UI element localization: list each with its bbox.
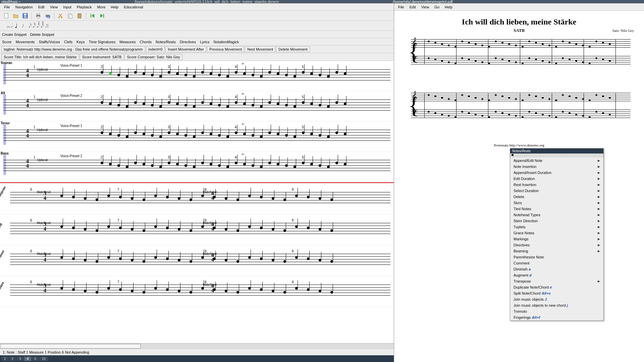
context-item-parenthesize-note[interactable]: Parenthesize Note bbox=[510, 254, 603, 260]
pdf-menu-help[interactable]: Help bbox=[442, 4, 455, 10]
scoreinfo-btn-0[interactable]: Score Title: Ich will dich lieben, meine… bbox=[1, 54, 79, 60]
note-256th[interactable]: ♬ bbox=[45, 22, 49, 29]
tab-chords[interactable]: Chords bbox=[140, 40, 152, 44]
tab-timesignatures[interactable]: Time Signatures bbox=[89, 40, 116, 44]
context-item-diminish[interactable]: Diminish a bbox=[510, 266, 603, 272]
cut-icon[interactable] bbox=[57, 12, 64, 19]
context-item-beaming[interactable]: Beaming▶ bbox=[510, 248, 603, 254]
context-item-transpose[interactable]: Transpose▶ bbox=[510, 278, 603, 284]
note-quarter[interactable]: ♩ bbox=[15, 22, 17, 29]
horizontal-scrollbar[interactable] bbox=[0, 343, 394, 349]
nav-end-icon[interactable] bbox=[98, 12, 106, 19]
note-eighth[interactable]: ♪ bbox=[21, 22, 24, 29]
movement-btn-1[interactable]: indent=0 bbox=[146, 46, 165, 52]
staff-bass[interactable]: Bass 44 12345UpbeatVoice-Preset 2𝄐 bbox=[0, 152, 394, 182]
create-snippet[interactable]: Create Snippet bbox=[2, 33, 26, 37]
delete-snippet[interactable]: Delete Snippet bbox=[30, 33, 54, 37]
tab-keys[interactable]: Keys bbox=[76, 40, 85, 44]
staff2-alt[interactable]: Alt 6789HideNext34HideNext44 bbox=[0, 215, 394, 245]
workspace-tab-10[interactable]: 10 bbox=[39, 357, 48, 361]
system-separator bbox=[0, 182, 394, 183]
new-file-icon[interactable] bbox=[3, 12, 10, 19]
scrollbar-thumb[interactable] bbox=[0, 344, 141, 349]
save-file-icon[interactable] bbox=[21, 12, 29, 19]
workspace-tab-4[interactable]: 4 bbox=[24, 357, 32, 361]
context-item-split-note-chord[interactable]: Split Note/Chord Alt+s bbox=[510, 290, 603, 296]
context-item-slurs[interactable]: Slurs▶ bbox=[510, 200, 603, 206]
menu-playback[interactable]: Playback bbox=[74, 4, 95, 10]
pdf-menu-file[interactable]: File bbox=[395, 4, 407, 10]
context-item-markings[interactable]: Markings▶ bbox=[510, 236, 603, 242]
tab-notationmagick[interactable]: NotationMagick bbox=[214, 40, 239, 44]
context-item-note-insertion[interactable]: Note Insertion▶ bbox=[510, 164, 603, 170]
staff2-sopran[interactable]: Sopran 6789HideNext34HideNext44 bbox=[0, 184, 394, 215]
paste-icon[interactable] bbox=[76, 12, 83, 19]
context-item-tied-notes[interactable]: Tied Notes▶ bbox=[510, 206, 603, 212]
context-item-tuplets[interactable]: Tuplets▶ bbox=[510, 224, 603, 230]
movement-btn-3[interactable]: Previous Movement bbox=[207, 46, 244, 52]
nav-start-icon[interactable] bbox=[89, 12, 96, 19]
staff2-bass[interactable]: Bass 6789HideNext34HideNext44 bbox=[0, 276, 394, 307]
pdf-menu-edit[interactable]: Edit bbox=[407, 4, 419, 10]
pdf-menu-view[interactable]: View bbox=[419, 4, 432, 10]
context-item-select-duration[interactable]: Select Duration▶ bbox=[510, 188, 603, 194]
staff-sopran[interactable]: Sopran 44 12345UpbeatVoice-Preset 1𝄐 bbox=[0, 61, 394, 91]
menu-navigation[interactable]: Navigation bbox=[13, 4, 36, 10]
tab-measures[interactable]: Measures bbox=[119, 40, 136, 44]
movement-btn-0[interactable]: tagline: Notensatz http://www.denemo.org… bbox=[1, 46, 145, 52]
movement-btn-4[interactable]: Next Movement bbox=[245, 46, 275, 52]
context-item-delete[interactable]: Delete▶ bbox=[510, 194, 603, 200]
menu-view[interactable]: View bbox=[47, 4, 61, 10]
print-preview-icon[interactable] bbox=[44, 12, 51, 19]
staff-tenor[interactable]: Tenor 44 12345UpbeatVoice-Preset 1𝄐 bbox=[0, 121, 394, 152]
context-item-duplicate-note-chord[interactable]: Duplicate Note/Chord e bbox=[510, 284, 603, 290]
tab-movements[interactable]: Movements bbox=[16, 40, 35, 44]
scoreinfo-btn-1[interactable]: Score Instrument: SATB bbox=[80, 54, 124, 60]
context-item-join-music-objects-to-new-chord[interactable]: Join music objects to new chord j bbox=[510, 302, 603, 308]
open-file-icon[interactable] bbox=[12, 12, 19, 19]
score-editor-area[interactable]: Sopran 44 12345UpbeatVoice-Preset 1𝄐Alt … bbox=[0, 61, 394, 343]
context-item-notehead-types[interactable]: Notehead Types▶ bbox=[510, 212, 603, 218]
tab-staffsvoices[interactable]: Staffs/Voices bbox=[39, 40, 60, 44]
context-item-fingerings[interactable]: Fingerings Alt+f bbox=[510, 314, 603, 320]
context-item-grace-notes[interactable]: Grace Notes▶ bbox=[510, 230, 603, 236]
context-item-augment[interactable]: Augment d bbox=[510, 272, 603, 278]
menu-edit[interactable]: Edit bbox=[36, 4, 47, 10]
tab-score[interactable]: Score bbox=[2, 40, 12, 44]
context-item-join-music-objects[interactable]: Join music objects J bbox=[510, 296, 603, 302]
menu-more[interactable]: More bbox=[94, 4, 108, 10]
context-item-tremolo[interactable]: Tremolo bbox=[510, 308, 603, 314]
menu-educational[interactable]: Educational bbox=[121, 4, 146, 10]
menu-input[interactable]: Input bbox=[60, 4, 74, 10]
context-item-comment[interactable]: Comment bbox=[510, 260, 603, 266]
context-item-directives[interactable]: Directives▶ bbox=[510, 242, 603, 248]
workspace-tab-5[interactable]: 5 bbox=[32, 357, 39, 361]
tab-directives[interactable]: Directives bbox=[180, 40, 196, 44]
copy-icon[interactable] bbox=[66, 12, 74, 19]
context-item-edit-duration[interactable]: Edit Duration▶ bbox=[510, 176, 603, 182]
scoreinfo-btn-2[interactable]: Score Composer: Satz: Nils Gey bbox=[124, 54, 182, 60]
menu-help[interactable]: Help bbox=[108, 4, 121, 10]
context-menu-grip[interactable] bbox=[510, 154, 603, 158]
pdf-menu-go[interactable]: Go bbox=[432, 4, 442, 10]
context-item-append-insert-duration[interactable]: Append/Insert Duration▶ bbox=[510, 170, 603, 176]
workspace-tab-1[interactable]: 1 bbox=[1, 357, 9, 361]
staff2-tenor[interactable]: Tenor 6789HideNext34HideNext44 bbox=[0, 245, 394, 276]
pdf-system-1: 𝄞𝄢{ bbox=[404, 39, 634, 76]
menu-file[interactable]: File bbox=[1, 4, 13, 10]
workspace-tab-3[interactable]: 3 bbox=[16, 357, 24, 361]
score-info-row: Score Title: Ich will dich lieben, meine… bbox=[0, 53, 394, 61]
pdf-document-view[interactable]: Ich will dich lieben, meine Stärke SATB … bbox=[394, 11, 644, 362]
print-icon[interactable] bbox=[35, 12, 42, 19]
tab-notesrests[interactable]: Notes/Rests bbox=[156, 40, 176, 44]
context-item-rest-insertion[interactable]: Rest Insertion▶ bbox=[510, 182, 603, 188]
tab-clefs[interactable]: Clefs bbox=[64, 40, 72, 44]
movement-btn-5[interactable]: Delete Movement bbox=[276, 46, 310, 52]
context-item-append-edit-note[interactable]: Append/Edit Note▶ bbox=[510, 158, 603, 164]
movement-btn-2[interactable]: Insert Movement After bbox=[165, 46, 206, 52]
tab-lyrics[interactable]: Lyrics bbox=[200, 40, 209, 44]
context-item-stem-direction[interactable]: Stem Direction▶ bbox=[510, 218, 603, 224]
workspace-tab-2[interactable]: 2 bbox=[9, 357, 16, 361]
staff-alt[interactable]: Alt 44 12345UpbeatVoice-Preset 2𝄐 bbox=[0, 91, 394, 121]
svg-rect-2 bbox=[24, 14, 26, 15]
